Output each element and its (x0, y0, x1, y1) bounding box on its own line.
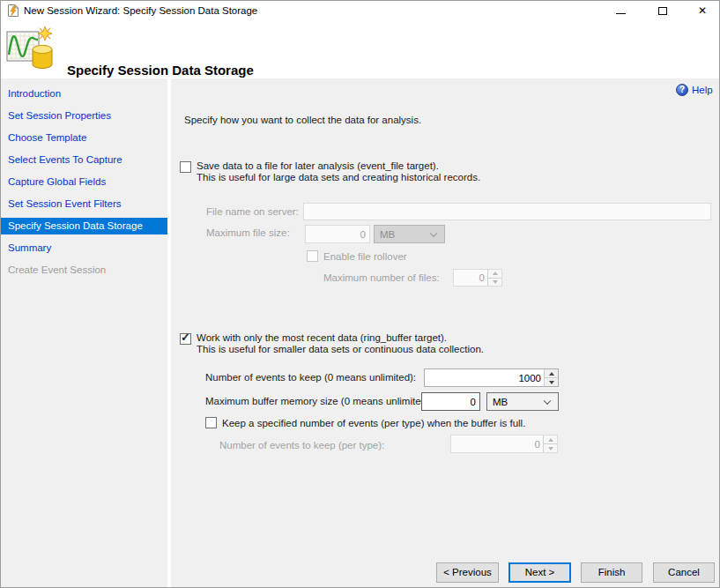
spinner-up-icon (549, 372, 554, 376)
events-keep-label: Number of events to keep (0 means unlimi… (205, 372, 416, 383)
wizard-header: Specify Session Data Storage (1, 20, 720, 78)
max-file-size-unit-dropdown: MB (374, 225, 445, 243)
window-title: New Session Wizard: Specify Session Data… (24, 1, 257, 20)
spinner-up-icon (548, 438, 553, 442)
maximize-button[interactable] (642, 1, 682, 20)
sidebar-item-introduction[interactable]: Introduction (1, 86, 167, 102)
file-name-input (303, 203, 711, 220)
cancel-button[interactable]: Cancel (653, 562, 715, 583)
max-files-spinner-down-button (488, 279, 501, 287)
buffer-size-label: Maximum buffer memory size (0 means unli… (205, 396, 433, 407)
events-keep-value[interactable]: 1000 (425, 369, 544, 386)
sidebar-item-summary[interactable]: Summary (1, 240, 167, 257)
enable-rollover-label: Enable file rollover (323, 251, 407, 263)
spinner-down-icon (493, 280, 498, 284)
close-icon: ✕ (698, 5, 707, 16)
sidebar-item-create-event-session: Create Event Session (1, 262, 167, 279)
save-to-file-checkbox[interactable] (180, 161, 191, 173)
minimize-icon (616, 13, 626, 14)
help-icon: ? (676, 84, 688, 96)
per-type-events-label: Number of events to keep (per type): (219, 440, 384, 451)
close-button[interactable]: ✕ (684, 1, 720, 20)
finish-button[interactable]: Finish (581, 562, 642, 583)
sidebar-item-specify-data-storage[interactable]: Specify Session Data Storage (1, 218, 167, 234)
max-file-size-label: Maximum file size: (206, 227, 290, 239)
ring-buffer-checkbox[interactable]: ✓ (180, 333, 191, 345)
minimize-button[interactable] (601, 1, 641, 20)
intro-text: Specify how you want to collect the data… (184, 115, 421, 126)
max-files-spinner-up-button (488, 270, 501, 279)
sidebar-item-choose-template[interactable]: Choose Template (1, 130, 167, 146)
buffer-size-unit-dropdown[interactable]: MB (486, 392, 559, 411)
spinner-down-icon (549, 381, 554, 384)
previous-button[interactable]: < Previous (436, 562, 499, 583)
wizard-window: New Session Wizard: Specify Session Data… (0, 0, 720, 588)
maximize-icon (658, 7, 667, 15)
save-to-file-label-line1: Save data to a file for later analysis (… (197, 160, 439, 172)
per-type-spinner-down-button (544, 444, 557, 452)
per-type-events-value: 0 (451, 435, 543, 452)
chevron-down-icon (544, 397, 551, 404)
ring-buffer-label-line2: This is useful for smaller data sets or … (197, 344, 484, 355)
max-file-size-input (305, 225, 370, 243)
page-title: Specify Session Data Storage (67, 63, 254, 78)
max-files-label: Maximum number of files: (323, 272, 440, 284)
buffer-size-unit-value: MB (493, 397, 508, 407)
ring-buffer-label-line1: Work with only the most recent data (rin… (197, 332, 447, 344)
max-file-size-unit-value: MB (380, 229, 395, 240)
max-files-value: 0 (454, 270, 487, 286)
sidebar-item-set-event-filters[interactable]: Set Session Event Filters (1, 196, 167, 212)
sidebar-item-select-events[interactable]: Select Events To Capture (1, 152, 167, 168)
chevron-down-icon (430, 229, 437, 236)
spinner-up-icon (493, 272, 498, 275)
save-to-file-label-line2: This is useful for large data sets and c… (197, 172, 480, 183)
checkmark-icon: ✓ (181, 331, 190, 343)
next-button[interactable]: Next > (508, 562, 571, 583)
sidebar-item-capture-global-fields[interactable]: Capture Global Fields (1, 174, 167, 190)
file-name-label: File name on server: (206, 206, 299, 218)
per-type-spinner-up-button (544, 435, 557, 444)
enable-rollover-checkbox (307, 250, 318, 262)
max-files-spinner: 0 (453, 269, 502, 287)
events-keep-spinner-down-button[interactable] (545, 378, 558, 386)
per-type-checkbox[interactable] (205, 417, 217, 428)
help-label: Help (692, 85, 713, 95)
sidebar-item-set-session-properties[interactable]: Set Session Properties (1, 108, 167, 124)
events-keep-spinner-up-button[interactable] (545, 369, 558, 378)
title-bar: New Session Wizard: Specify Session Data… (1, 1, 720, 20)
sidebar-divider (167, 78, 171, 588)
events-keep-spinner[interactable]: 1000 (424, 368, 559, 387)
help-link[interactable]: ? Help (676, 84, 713, 96)
wizard-app-icon (6, 4, 20, 18)
per-type-events-spinner: 0 (450, 435, 558, 453)
per-type-label: Keep a specified number of events (per t… (222, 418, 525, 429)
spinner-down-icon (548, 447, 553, 450)
session-data-storage-icon (6, 26, 56, 75)
buffer-size-input[interactable] (421, 392, 480, 411)
